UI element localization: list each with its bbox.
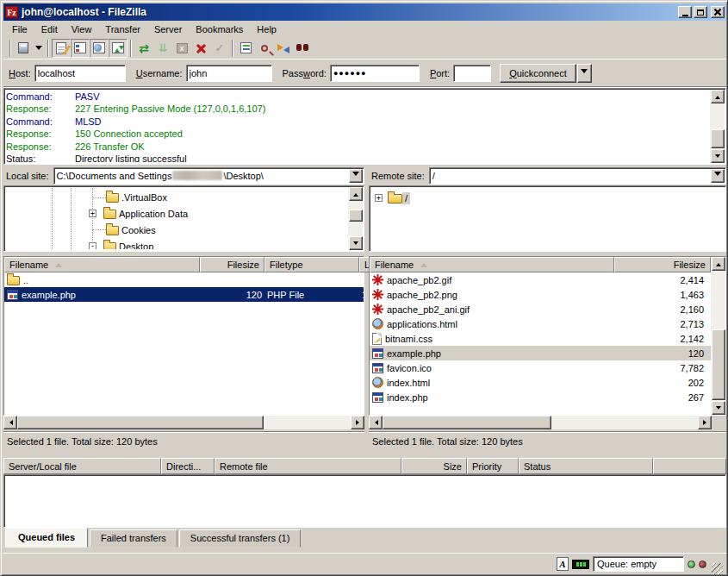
- column-priority[interactable]: Priority: [467, 458, 519, 474]
- scroll-down-button[interactable]: [711, 149, 725, 163]
- expand-plus-icon[interactable]: +: [89, 210, 96, 217]
- directory-comparison-button[interactable]: [274, 39, 293, 58]
- synchronized-browsing-button[interactable]: [293, 39, 312, 58]
- maximize-button[interactable]: [694, 6, 707, 18]
- remote-file-row[interactable]: apache_pb2.png 1,463: [370, 287, 711, 302]
- remote-file-row[interactable]: favicon.ico 7,782: [370, 360, 711, 375]
- site-manager-dropdown-button[interactable]: [33, 39, 45, 58]
- column-filesize[interactable]: Filesize: [200, 257, 264, 272]
- toggle-local-tree-button[interactable]: [71, 39, 90, 58]
- process-queue-button[interactable]: ⇊: [153, 39, 172, 58]
- cancel-operation-button[interactable]: x: [172, 39, 191, 58]
- remote-file-row-selected[interactable]: example.php 120: [370, 346, 711, 360]
- toggle-queue-button[interactable]: [109, 39, 128, 58]
- local-site-row: Local site: C:\Documents and Settings\De…: [3, 166, 364, 185]
- menu-transfer[interactable]: Transfer: [98, 22, 147, 36]
- remote-list-hscrollbar[interactable]: [369, 416, 712, 429]
- column-server-local-file[interactable]: Server/Local file: [3, 458, 161, 474]
- cancel-icon: x: [177, 43, 188, 53]
- remote-file-row[interactable]: apache_pb2.gif 2,414: [370, 272, 711, 287]
- quickconnect-button[interactable]: Quickconnect: [500, 64, 576, 83]
- scroll-up-button[interactable]: [711, 90, 725, 103]
- menu-bookmarks[interactable]: Bookmarks: [189, 22, 250, 36]
- scroll-left-button[interactable]: [369, 416, 383, 429]
- tree-item-application-data[interactable]: + Application Data: [6, 205, 362, 222]
- column-filename[interactable]: Filename: [4, 257, 200, 272]
- tab-queued-files[interactable]: Queued files: [5, 528, 88, 548]
- scroll-down-button[interactable]: [349, 236, 363, 250]
- scroll-up-button[interactable]: [712, 257, 725, 271]
- remote-file-row[interactable]: index.php 267: [370, 390, 711, 404]
- combo-dropdown-button[interactable]: [711, 169, 725, 183]
- column-filetype[interactable]: Filetype: [264, 257, 359, 272]
- column-size[interactable]: Size: [401, 458, 467, 474]
- remote-list-scrollbar[interactable]: [711, 257, 725, 415]
- message-log: Command:PASV Response:227 Entering Passi…: [3, 88, 726, 165]
- title-bar[interactable]: Fz john@localhost - FileZilla: [3, 3, 726, 21]
- local-tree-scrollbar[interactable]: [348, 187, 363, 250]
- combo-dropdown-button[interactable]: [349, 169, 363, 183]
- quickconnect-bar: Host: Username: Password: Port: Quickcon…: [3, 59, 726, 87]
- scroll-thumb[interactable]: [711, 129, 725, 148]
- quickconnect-dropdown-button[interactable]: [577, 64, 592, 83]
- local-list-hscrollbar[interactable]: [3, 416, 364, 429]
- resize-grip[interactable]: [712, 563, 723, 574]
- tree-item-cookies[interactable]: Cookies: [6, 222, 362, 238]
- remote-site-combo[interactable]: /: [429, 167, 726, 185]
- local-file-row-selected[interactable]: example.php 120 PHP File 1: [4, 287, 364, 302]
- menu-edit[interactable]: Edit: [34, 22, 65, 36]
- host-input[interactable]: [34, 65, 126, 82]
- remote-file-row[interactable]: applications.html 2,713: [370, 316, 711, 331]
- tree-item-label: Desktop: [116, 241, 156, 250]
- tree-item-desktop[interactable]: - Desktop: [6, 238, 362, 249]
- menu-server[interactable]: Server: [147, 22, 189, 36]
- scroll-left-button[interactable]: [3, 416, 17, 429]
- search-button[interactable]: [255, 39, 274, 58]
- scroll-thumb[interactable]: [383, 416, 551, 429]
- scroll-down-button[interactable]: [712, 401, 725, 415]
- password-input[interactable]: [330, 65, 420, 82]
- expand-plus-icon[interactable]: +: [375, 194, 383, 202]
- username-label: Username:: [136, 68, 183, 78]
- file-type: [264, 272, 359, 287]
- tree-item-label: /: [402, 192, 410, 204]
- tree-item-root[interactable]: + /: [371, 190, 724, 206]
- log-lines: Command:PASV Response:227 Entering Passi…: [6, 91, 709, 162]
- remote-file-row[interactable]: bitnami.css 2,142: [370, 331, 711, 346]
- abort-button[interactable]: ✓: [210, 39, 229, 58]
- scroll-thumb[interactable]: [712, 329, 725, 400]
- column-filename[interactable]: Filename: [370, 257, 614, 272]
- scroll-thumb[interactable]: [349, 210, 363, 222]
- toggle-remote-tree-button[interactable]: [90, 39, 109, 58]
- minimize-button[interactable]: [678, 6, 692, 18]
- local-file-row[interactable]: ..: [4, 272, 364, 287]
- toggle-message-log-button[interactable]: [52, 39, 71, 58]
- tab-successful-transfers[interactable]: Successful transfers (1): [179, 529, 302, 548]
- collapse-minus-icon[interactable]: -: [89, 242, 96, 249]
- tree-item-virtualbox[interactable]: .VirtualBox: [6, 189, 362, 205]
- scroll-right-button[interactable]: [351, 416, 364, 429]
- menu-file[interactable]: File: [5, 22, 34, 36]
- column-remote-file[interactable]: Remote file: [215, 458, 401, 474]
- scroll-up-button[interactable]: [349, 187, 363, 201]
- directory-filter-button[interactable]: [236, 39, 255, 58]
- log-scrollbar[interactable]: [710, 90, 725, 163]
- port-input[interactable]: [453, 65, 491, 82]
- local-site-combo[interactable]: C:\Documents and Settings\Desktop\: [53, 167, 364, 185]
- refresh-button[interactable]: ⇄: [134, 39, 153, 58]
- remote-file-row[interactable]: apache_pb2_ani.gif 2,160: [370, 302, 711, 316]
- column-direction[interactable]: Directi...: [161, 458, 215, 474]
- site-manager-button[interactable]: [14, 39, 33, 58]
- menu-view[interactable]: View: [65, 22, 99, 36]
- column-status[interactable]: Status: [519, 458, 653, 474]
- tab-failed-transfers[interactable]: Failed transfers: [90, 529, 177, 548]
- close-button[interactable]: [711, 6, 725, 18]
- menu-help[interactable]: Help: [250, 22, 283, 36]
- scroll-right-button[interactable]: [698, 416, 712, 429]
- remote-file-row[interactable]: index.html 202: [370, 375, 711, 390]
- scroll-thumb[interactable]: [17, 416, 264, 429]
- column-filesize[interactable]: Filesize: [614, 257, 711, 272]
- remote-tree-inner: + /: [371, 188, 724, 249]
- username-input[interactable]: [186, 65, 272, 82]
- disconnect-button[interactable]: [191, 39, 210, 58]
